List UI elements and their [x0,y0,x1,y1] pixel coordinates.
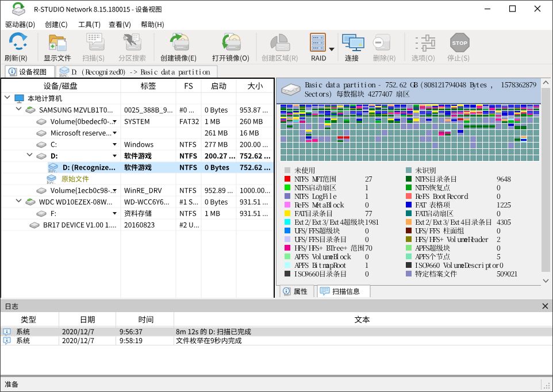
svg-text:STOP: STOP [452,40,467,46]
